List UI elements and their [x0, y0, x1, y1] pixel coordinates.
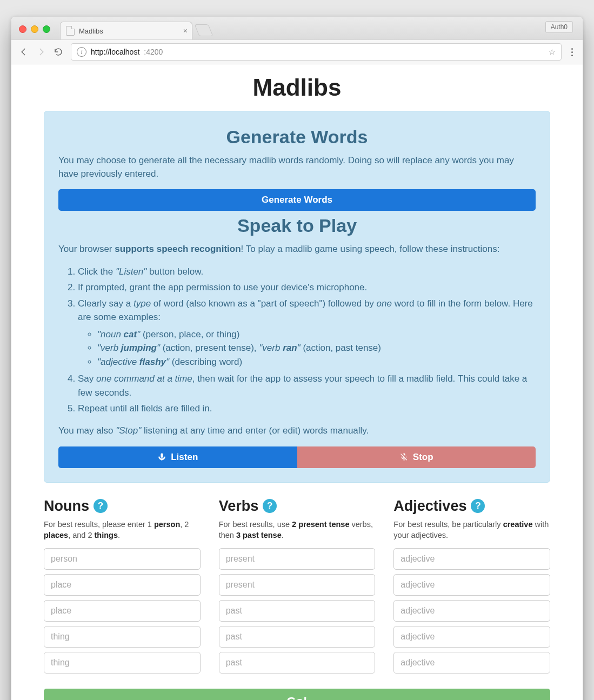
text: "verb: [259, 343, 283, 353]
generate-words-button[interactable]: Generate Words: [58, 189, 536, 211]
speak-intro: Your browser supports speech recognition…: [58, 243, 536, 256]
text: .: [118, 531, 120, 539]
text: "Listen": [116, 266, 146, 277]
text: , and 2: [68, 531, 94, 539]
browser-menu-button[interactable]: [569, 48, 575, 56]
example-list: "noun cat" (person, place, or thing) "ve…: [78, 328, 536, 369]
site-info-icon[interactable]: i: [77, 47, 86, 57]
text: one: [377, 298, 392, 309]
text: jumping: [121, 343, 157, 353]
maximize-window-icon[interactable]: [43, 25, 50, 33]
new-tab-button[interactable]: [195, 24, 213, 36]
titlebar: Madlibs × Auth0: [11, 17, 583, 40]
adjective-input[interactable]: [393, 574, 550, 596]
nouns-hint: For best results, please enter 1 person,…: [44, 519, 201, 541]
go-button[interactable]: Go!: [44, 689, 550, 700]
microphone-icon: [157, 452, 166, 462]
help-icon[interactable]: ?: [94, 499, 108, 513]
instruction-step: Say one command at a time, then wait for…: [78, 372, 536, 399]
text: Your browser: [58, 244, 115, 254]
text: Click the: [78, 266, 116, 277]
text: "adjective: [97, 357, 139, 367]
noun-input[interactable]: [44, 600, 201, 622]
noun-input[interactable]: [44, 652, 201, 674]
text: ! To play a madlib game using speech, fo…: [241, 244, 500, 254]
back-button[interactable]: [19, 47, 29, 57]
text: For best results, please enter 1: [44, 520, 154, 529]
url-host: http://localhost: [91, 48, 139, 56]
url-rest: :4200: [144, 48, 163, 56]
text: 2 present tense: [292, 520, 349, 529]
heading-text: Adjectives: [393, 498, 466, 515]
microphone-off-icon: [399, 452, 409, 462]
noun-input[interactable]: [44, 626, 201, 648]
verb-input[interactable]: [219, 600, 376, 622]
instruction-step: Click the "Listen" button below.: [78, 265, 536, 279]
text: things: [95, 531, 118, 539]
text: (describing word): [169, 357, 242, 367]
verbs-column: Verbs ? For best results, use 2 present …: [219, 498, 376, 678]
text: flashy: [139, 357, 166, 367]
heading-text: Verbs: [219, 498, 259, 515]
text: "Stop": [116, 425, 141, 436]
minimize-window-icon[interactable]: [31, 25, 38, 33]
adjective-input[interactable]: [393, 548, 550, 570]
text: creative: [503, 520, 533, 529]
adjective-input[interactable]: [393, 626, 550, 648]
bookmark-icon[interactable]: ☆: [549, 48, 556, 56]
text: of word (also known as a "part of speech…: [151, 298, 376, 309]
text: "verb: [97, 343, 121, 353]
text: button below.: [146, 266, 203, 277]
generate-heading: Generate Words: [58, 126, 536, 148]
listen-button[interactable]: Listen: [58, 446, 297, 468]
verbs-heading: Verbs ?: [219, 498, 376, 515]
verb-input[interactable]: [219, 574, 376, 596]
text: Clearly say a: [78, 298, 134, 309]
speak-heading: Speak to Play: [58, 215, 536, 236]
text: (action, present tense),: [160, 343, 259, 353]
button-label: Listen: [171, 452, 198, 463]
forward-button[interactable]: [36, 47, 46, 57]
text: Say: [78, 374, 96, 384]
help-icon[interactable]: ?: [471, 499, 485, 513]
word-columns: Nouns ? For best results, please enter 1…: [44, 498, 550, 678]
reload-button[interactable]: [54, 47, 63, 57]
text: "noun: [97, 329, 124, 339]
example-item: "verb jumping" (action, present tense), …: [97, 341, 536, 355]
adjectives-heading: Adjectives ?: [393, 498, 550, 515]
adjectives-hint: For best results, be particularly creati…: [393, 519, 550, 541]
text: ran: [283, 343, 297, 353]
text: type: [134, 298, 151, 309]
noun-input[interactable]: [44, 548, 201, 570]
text: person: [154, 520, 180, 529]
text: cat: [124, 329, 137, 339]
help-icon[interactable]: ?: [263, 499, 277, 513]
instruction-step: If prompted, grant the app permission to…: [78, 281, 536, 295]
browser-tab[interactable]: Madlibs ×: [60, 22, 192, 39]
browser-window: Madlibs × Auth0 i http://localhost:4200: [11, 16, 583, 700]
text: one command at a time: [96, 374, 192, 384]
window-controls: [11, 25, 58, 39]
instruction-step: Clearly say a type of word (also known a…: [78, 297, 536, 369]
text: (action, past tense): [301, 343, 381, 353]
text: (person, place, or thing): [140, 329, 239, 339]
adjective-input[interactable]: [393, 652, 550, 674]
page-icon: [66, 26, 75, 36]
address-bar[interactable]: i http://localhost:4200 ☆: [71, 43, 562, 61]
tab-close-icon[interactable]: ×: [183, 27, 188, 35]
heading-text: Nouns: [44, 498, 89, 515]
text: For best results, be particularly: [393, 520, 503, 529]
stop-note: You may also "Stop" listening at any tim…: [58, 424, 536, 438]
verbs-hint: For best results, use 2 present tense ve…: [219, 519, 376, 541]
close-window-icon[interactable]: [19, 25, 26, 33]
verb-input[interactable]: [219, 652, 376, 674]
noun-input[interactable]: [44, 574, 201, 596]
extension-badge[interactable]: Auth0: [545, 21, 573, 33]
adjective-input[interactable]: [393, 600, 550, 622]
instruction-step: Repeat until all fields are filled in.: [78, 402, 536, 416]
button-label: Stop: [413, 452, 433, 463]
example-item: "noun cat" (person, place, or thing): [97, 328, 536, 342]
stop-button[interactable]: Stop: [297, 446, 536, 468]
verb-input[interactable]: [219, 626, 376, 648]
verb-input[interactable]: [219, 548, 376, 570]
